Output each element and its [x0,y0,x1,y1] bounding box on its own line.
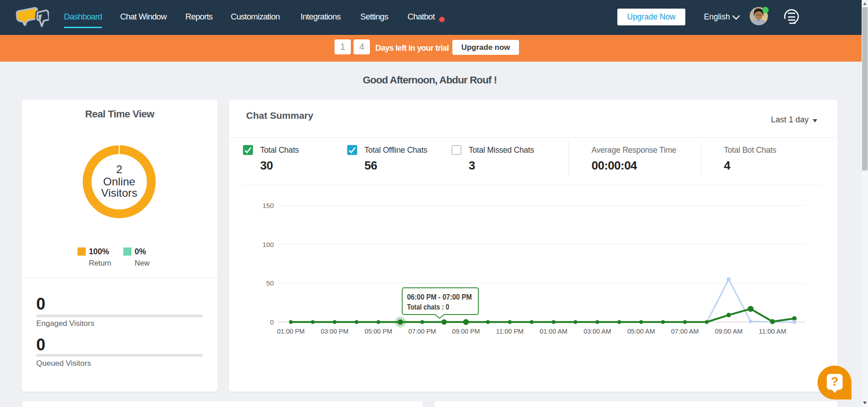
svg-text:07:00 AM: 07:00 AM [671,327,699,335]
svg-text:03:00 AM: 03:00 AM [583,327,611,335]
svg-text:0: 0 [270,318,274,326]
svg-text:100: 100 [262,241,274,248]
svg-text:11:00 PM: 11:00 PM [496,327,524,335]
svg-text:01:00 AM: 01:00 AM [540,327,567,335]
svg-text:?: ? [831,375,839,388]
svg-text:150: 150 [262,202,274,209]
svg-text:03:00 PM: 03:00 PM [321,327,349,335]
svg-text:Total chats : 0: Total chats : 0 [407,303,449,311]
svg-text:05:00 PM: 05:00 PM [364,327,392,335]
svg-text:05:00 AM: 05:00 AM [627,327,655,335]
svg-text:2: 2 [116,163,122,175]
svg-text:09:00 AM: 09:00 AM [715,327,742,335]
svg-text:07:00 PM: 07:00 PM [408,327,436,335]
svg-text:09:00 PM: 09:00 PM [452,327,480,335]
svg-text:Visitors: Visitors [101,187,137,199]
svg-text:06:00 PM - 07:00 PM: 06:00 PM - 07:00 PM [407,293,472,301]
svg-text:Online: Online [103,175,136,188]
svg-text:11:00 AM: 11:00 AM [759,327,786,335]
svg-text:50: 50 [266,279,274,287]
svg-text:01:00 PM: 01:00 PM [277,327,305,335]
